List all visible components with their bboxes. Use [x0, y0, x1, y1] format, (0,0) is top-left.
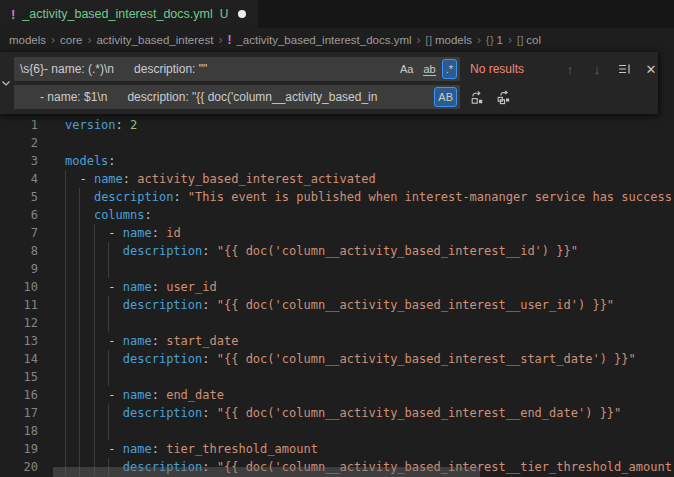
indent-guide	[65, 332, 66, 350]
code-token: "{{ doc('column__activity_based_interest…	[217, 352, 636, 366]
code-token: :	[202, 298, 216, 312]
code-line[interactable]: 1version: 2	[0, 116, 674, 134]
find-in-selection-button[interactable]	[613, 59, 635, 79]
code-line[interactable]: 19 - name: tier_threshold_amount	[0, 440, 674, 458]
preserve-case-toggle[interactable]: AB	[434, 87, 457, 107]
line-number: 8	[0, 242, 38, 260]
code-area: 1version: 223models:4 - name: activity_b…	[0, 114, 674, 477]
replace-one-button[interactable]	[465, 87, 487, 107]
indent-guide	[108, 404, 109, 422]
code-line[interactable]: 11 description: "{{ doc('column__activit…	[0, 296, 674, 314]
indent-guide	[94, 332, 95, 350]
code-line[interactable]: 17 description: "{{ doc('column__activit…	[0, 404, 674, 422]
line-number: 5	[0, 188, 38, 206]
symbol-object-icon: { }	[486, 35, 492, 46]
line-number: 15	[0, 368, 38, 386]
indent-guide	[79, 422, 80, 440]
code-line[interactable]: 5 description: "This event is published …	[0, 188, 674, 206]
indent-guide	[79, 206, 80, 224]
indent-guide	[65, 368, 66, 386]
indent-guide	[79, 260, 80, 278]
code-line[interactable]: 15	[0, 368, 674, 386]
line-number: 19	[0, 440, 38, 458]
code-line[interactable]: 16 - name: end_date	[0, 386, 674, 404]
code-line[interactable]: 6 columns:	[0, 206, 674, 224]
code-text: - name: activity_based_interest_activate…	[65, 170, 674, 188]
code-token: name	[123, 334, 152, 348]
find-input[interactable]	[16, 62, 394, 76]
indent-guide	[108, 422, 109, 440]
line-number: 18	[0, 422, 38, 440]
breadcrumb-label: activity_based_interest	[96, 34, 213, 46]
indent-guide	[108, 314, 109, 332]
horizontal-scrollbar[interactable]	[53, 467, 480, 477]
code-token: -	[65, 172, 94, 186]
dirty-indicator-icon[interactable]	[238, 10, 246, 18]
tab-active-file[interactable]: ! _activity_based_interest_docs.yml U	[0, 0, 258, 28]
breadcrumb-label: models	[9, 34, 46, 46]
indent-guide	[65, 296, 66, 314]
find-widget: Aa ab .* No results ↑ ↓ ✕ AB	[0, 52, 658, 114]
code-line[interactable]: 12	[0, 314, 674, 332]
code-token: activity_based_interest_activated	[137, 172, 375, 186]
code-token: 2	[130, 118, 137, 132]
code-text	[65, 134, 674, 152]
indent-guide	[65, 422, 66, 440]
previous-match-button[interactable]: ↑	[559, 59, 581, 79]
indent-guide	[94, 440, 95, 458]
code-line[interactable]: 18	[0, 422, 674, 440]
code-token: name	[123, 226, 152, 240]
next-match-button[interactable]: ↓	[586, 59, 608, 79]
git-status-badge: U	[220, 7, 229, 21]
code-text: - name: tier_threshold_amount	[65, 440, 674, 458]
code-token: description	[123, 244, 202, 258]
indent-guide	[65, 314, 66, 332]
code-line[interactable]: 2	[0, 134, 674, 152]
chevron-right-icon: ›	[51, 33, 55, 47]
indent-guide	[79, 296, 80, 314]
indent-guide	[108, 242, 109, 260]
code-line[interactable]: 9	[0, 260, 674, 278]
close-find-widget-button[interactable]: ✕	[640, 59, 662, 79]
breadcrumb-label: models	[435, 34, 472, 46]
code-text	[65, 368, 674, 386]
breadcrumb-item[interactable]: core	[60, 34, 82, 46]
code-token: :	[152, 280, 166, 294]
regex-toggle[interactable]: .*	[442, 59, 457, 79]
code-token: description	[123, 352, 202, 366]
breadcrumb-item[interactable]: [ ]models	[426, 34, 472, 46]
whole-word-toggle[interactable]: ab	[419, 59, 439, 79]
symbol-array-icon: [ ]	[517, 35, 522, 46]
code-text: description: "{{ doc('column__activity_b…	[65, 242, 674, 260]
replace-inputbox: AB	[14, 85, 460, 109]
toggle-replace-button[interactable]	[0, 52, 12, 114]
indent-guide	[79, 404, 80, 422]
replace-icon	[469, 90, 484, 105]
code-line[interactable]: 10 - name: user_id	[0, 278, 674, 296]
breadcrumb-item[interactable]: { }1	[486, 34, 503, 46]
code-line[interactable]: 8 description: "{{ doc('column__activity…	[0, 242, 674, 260]
indent-guide	[94, 260, 95, 278]
code-line[interactable]: 13 - name: start_date	[0, 332, 674, 350]
breadcrumb-item[interactable]: activity_based_interest	[96, 34, 213, 46]
indent-guide	[65, 224, 66, 242]
code-line[interactable]: 7 - name: id	[0, 224, 674, 242]
code-line[interactable]: 14 description: "{{ doc('column__activit…	[0, 350, 674, 368]
replace-all-button[interactable]	[492, 87, 514, 107]
code-text: models:	[65, 152, 674, 170]
replace-input[interactable]	[16, 90, 432, 104]
line-number: 9	[0, 260, 38, 278]
indent-guide	[94, 278, 95, 296]
code-line[interactable]: 3models:	[0, 152, 674, 170]
indent-guide	[94, 296, 95, 314]
code-text: - name: id	[65, 224, 674, 242]
code-line[interactable]: 4 - name: activity_based_interest_activa…	[0, 170, 674, 188]
breadcrumb-item[interactable]: [ ]col	[517, 34, 541, 46]
tab-bar: ! _activity_based_interest_docs.yml U	[0, 0, 674, 28]
indent-guide	[79, 332, 80, 350]
code-text	[65, 422, 674, 440]
match-case-toggle[interactable]: Aa	[396, 59, 417, 79]
line-number: 12	[0, 314, 38, 332]
breadcrumb-item[interactable]: models	[9, 34, 46, 46]
breadcrumb-item[interactable]: !_activity_based_interest_docs.yml	[227, 33, 411, 47]
